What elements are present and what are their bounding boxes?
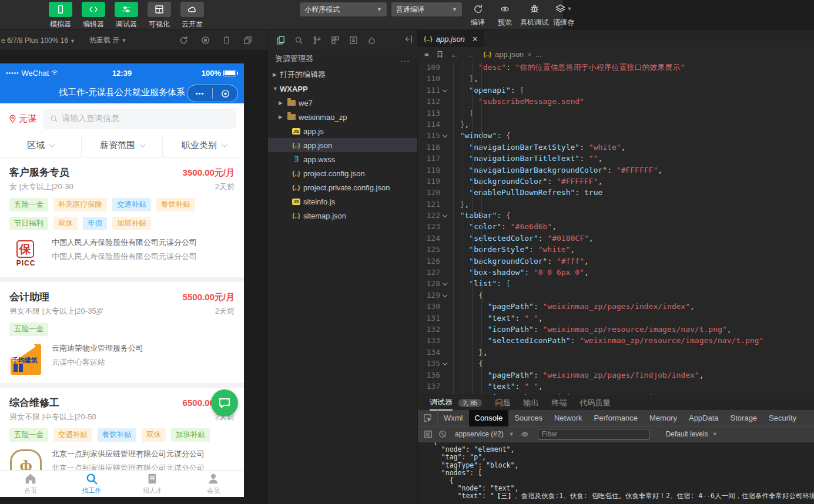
open-editors-section[interactable]: ▶ 打开的编辑器 bbox=[268, 68, 417, 82]
code-line-123[interactable]: 123 "color": "#6e6d6b", bbox=[418, 221, 814, 232]
debugger-tab-1[interactable]: 调试器 bbox=[430, 395, 453, 411]
hot-reload-toggle[interactable]: 热重载 开▼ bbox=[89, 35, 126, 45]
code-line-135[interactable]: 135 { bbox=[418, 358, 814, 369]
problems-badge[interactable]: 2, 85 bbox=[458, 399, 482, 407]
bug-button[interactable]: 真机调试 bbox=[520, 1, 548, 28]
activity-blocks-icon[interactable] bbox=[331, 36, 340, 45]
device-select[interactable]: e 6/7/8 Plus 100% 16▼ bbox=[1, 36, 75, 45]
compile-mode-select[interactable]: 普通编译 ▼ bbox=[391, 2, 462, 16]
code-line-115[interactable]: 115 "window": { bbox=[418, 130, 814, 141]
code-line-127[interactable]: 127 "box-shadow": "0 0 6px 0", bbox=[418, 267, 814, 278]
fold-chevron-icon[interactable] bbox=[440, 278, 451, 289]
code-line-132[interactable]: 132 "iconPath": "weixinmao_zp/resource/i… bbox=[418, 324, 814, 335]
fold-chevron-icon[interactable] bbox=[440, 130, 451, 141]
devtools-tab-appdata[interactable]: AppData bbox=[683, 410, 725, 426]
devtools-tab-storage[interactable]: Storage bbox=[725, 410, 763, 426]
code-line-125[interactable]: 125 "borderStyle": "white", bbox=[418, 244, 814, 255]
code-line-121[interactable]: 121 }, bbox=[418, 199, 814, 210]
activity-search-icon[interactable] bbox=[294, 36, 303, 45]
nav-button-cloud[interactable]: 云开发 bbox=[179, 2, 206, 29]
search-input[interactable]: 请输入查询信息 bbox=[43, 109, 236, 129]
code-line-130[interactable]: 130 "pagePath": "weixinmao_zp/pages/inde… bbox=[418, 301, 814, 312]
code-line-137[interactable]: 137 "text": " ", bbox=[418, 381, 814, 392]
code-line-122[interactable]: 122 "tabBar": { bbox=[418, 210, 814, 221]
devtools-tab-wxml[interactable]: Wxml bbox=[438, 410, 469, 426]
phone-icon[interactable] bbox=[223, 36, 230, 45]
log-levels-select[interactable]: Default levels ▼ bbox=[666, 430, 718, 438]
compile-button[interactable]: 编译 bbox=[466, 1, 490, 28]
capsule-menu[interactable]: ••• bbox=[187, 85, 238, 102]
code-line-133[interactable]: 133 "selectedIconPath": "weixinmao_zp/re… bbox=[418, 335, 814, 346]
activity-paw-icon[interactable] bbox=[367, 36, 376, 45]
debugger-tab-3[interactable]: 输出 bbox=[523, 395, 538, 411]
inspect-element-icon[interactable] bbox=[418, 410, 438, 426]
file-item-sitemap.json[interactable]: {..}sitemap.json bbox=[268, 209, 417, 223]
outline-list-icon[interactable]: ≡ bbox=[424, 50, 429, 59]
code-line-128[interactable]: 128 "list": [ bbox=[418, 278, 814, 289]
more-actions-icon[interactable]: ... bbox=[400, 55, 410, 63]
target-close-icon[interactable] bbox=[213, 89, 237, 99]
debugger-tab-4[interactable]: 终端 bbox=[551, 395, 567, 411]
close-icon[interactable]: ✕ bbox=[472, 35, 478, 43]
filter-dropdown-2[interactable]: 薪资范围 bbox=[81, 134, 163, 157]
file-item-weixinmao_zp[interactable]: ▶weixinmao_zp bbox=[268, 110, 417, 124]
layers-button[interactable]: ▼清缓存 bbox=[552, 1, 575, 28]
chat-fab-button[interactable] bbox=[211, 389, 238, 416]
mode-select[interactable]: 小程序模式 ▼ bbox=[300, 2, 387, 16]
record-icon[interactable] bbox=[201, 36, 210, 45]
phone-tab-talent[interactable]: 招人才 bbox=[122, 471, 183, 497]
bookmark-icon[interactable] bbox=[436, 51, 444, 58]
refresh-icon[interactable] bbox=[179, 36, 188, 45]
filter-dropdown-3[interactable]: 职业类别 bbox=[162, 134, 244, 157]
nav-button-editor[interactable]: 编辑器 bbox=[80, 2, 107, 29]
phone-tab-findjob[interactable]: 找工作 bbox=[61, 471, 122, 497]
file-item-app.wxss[interactable]: ∃app.wxss bbox=[268, 152, 417, 166]
eye-icon[interactable] bbox=[520, 431, 530, 438]
code-line-120[interactable]: 120 "enablePullDownRefresh": true bbox=[418, 187, 814, 198]
execution-context-select[interactable]: appservice (#2) ▼ bbox=[455, 430, 514, 438]
code-line-136[interactable]: 136 "pagePath": "weixinmao_zp/pages/find… bbox=[418, 369, 814, 381]
fold-chevron-icon[interactable] bbox=[440, 85, 451, 96]
devtools-tab-console[interactable]: Console bbox=[469, 410, 509, 426]
breadcrumb-file[interactable]: app.json bbox=[495, 50, 524, 59]
activity-branch-icon[interactable] bbox=[313, 36, 321, 45]
file-item-siteinfo.js[interactable]: JSsiteinfo.js bbox=[268, 194, 417, 209]
clear-console-icon[interactable] bbox=[438, 430, 447, 438]
preview-button[interactable]: 预览 bbox=[493, 1, 517, 28]
file-item-app.js[interactable]: JSapp.js bbox=[268, 124, 417, 138]
code-line-124[interactable]: 124 "selectedColor": "#0180CF", bbox=[418, 233, 814, 244]
panel-toggle-icon[interactable] bbox=[424, 430, 433, 439]
code-line-118[interactable]: 118 "navigationBarBackgroundColor": "#FF… bbox=[418, 164, 814, 176]
fold-chevron-icon[interactable] bbox=[440, 358, 451, 369]
fold-chevron-icon[interactable] bbox=[440, 290, 451, 301]
tab-app-json[interactable]: {..} app.json ✕ bbox=[418, 30, 484, 48]
file-item-project.private.config.json[interactable]: {..}project.private.config.json bbox=[268, 180, 417, 194]
code-line-116[interactable]: 116 "navigationBarTextStyle": "white", bbox=[418, 142, 814, 153]
debugger-tab-5[interactable]: 代码质量 bbox=[579, 395, 610, 411]
file-item-app.json[interactable]: {..}app.json bbox=[268, 138, 417, 152]
job-card-1[interactable]: 客户服务专员3500.00元/月女 |大专以上|20-302天前五险一金补充医疗… bbox=[0, 157, 244, 277]
nav-button-simulator[interactable]: 模拟器 bbox=[47, 2, 74, 29]
file-item-we7[interactable]: ▶we7 bbox=[268, 96, 417, 110]
fold-chevron-icon[interactable] bbox=[440, 210, 451, 221]
filter-dropdown-1[interactable]: 区域 bbox=[0, 134, 81, 157]
file-item-project.config.json[interactable]: {..}project.config.json bbox=[268, 166, 417, 180]
code-line-111[interactable]: 111 "openapi": [ bbox=[418, 85, 814, 96]
job-card-2[interactable]: 会计助理5500.00元/月男女不限 |大专以上|20-35岁2天前五险一金千均… bbox=[0, 282, 244, 383]
code-line-119[interactable]: 119 "backgroundColor": "#FFFFFF", bbox=[418, 176, 814, 187]
more-menu-icon[interactable]: ••• bbox=[187, 90, 212, 97]
code-line-117[interactable]: 117 "navigationBarTitleText": "", bbox=[418, 153, 814, 164]
code-editor[interactable]: 109 "desc": "你的位置信息将用于小程序位置接口的效果展示"110 }… bbox=[417, 62, 814, 395]
code-line-134[interactable]: 134 }, bbox=[418, 347, 814, 358]
code-line-113[interactable]: 113 ] bbox=[418, 107, 814, 119]
code-line-126[interactable]: 126 "backgroundColor": "#fff", bbox=[418, 256, 814, 267]
phone-tab-home[interactable]: 首页 bbox=[0, 471, 61, 497]
navigate-forward-icon[interactable]: → bbox=[466, 50, 474, 59]
code-line-129[interactable]: 129 { bbox=[418, 290, 814, 301]
devtools-tab-sources[interactable]: Sources bbox=[508, 410, 548, 426]
code-line-110[interactable]: 110 }, bbox=[418, 73, 814, 84]
devtools-tab-memory[interactable]: Memory bbox=[644, 410, 683, 426]
cascade-icon[interactable] bbox=[243, 36, 252, 45]
devtools-tab-performance[interactable]: Performance bbox=[588, 410, 644, 426]
nav-button-inspector[interactable]: 调试器 bbox=[113, 2, 140, 29]
